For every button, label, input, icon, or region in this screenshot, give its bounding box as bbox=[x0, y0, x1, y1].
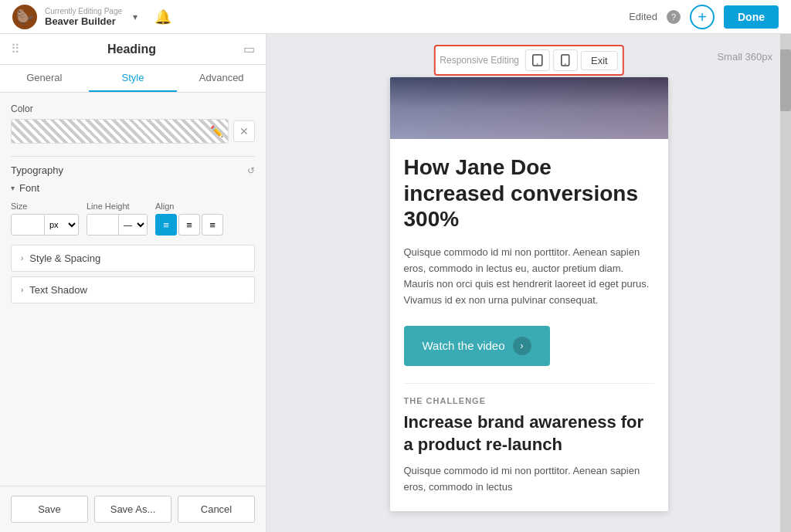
main-layout: ⠿ Heading ▭ General Style Advanced Color… bbox=[0, 34, 791, 532]
save-as-button[interactable]: Save As... bbox=[94, 496, 171, 523]
save-button[interactable]: Save bbox=[11, 496, 88, 523]
size-input-row: px em rem bbox=[11, 214, 79, 236]
line-height-unit-select[interactable]: — px bbox=[118, 214, 147, 236]
challenge-body: Quisque commodo id mi non porttitor. Aen… bbox=[404, 463, 654, 496]
challenge-section: THE CHALLENGE Increase brand awareness f… bbox=[404, 383, 654, 496]
pencil-icon: ✏️ bbox=[210, 125, 223, 137]
scrollbar-thumb[interactable] bbox=[780, 49, 791, 111]
add-button[interactable]: + bbox=[690, 5, 715, 29]
style-spacing-accordion: › Style & Spacing bbox=[11, 245, 255, 272]
tablet-icon bbox=[531, 54, 544, 66]
image-overlay bbox=[390, 77, 668, 139]
mobile-icon bbox=[561, 54, 570, 66]
panel-title: Heading bbox=[107, 42, 156, 56]
edited-label: Edited bbox=[629, 11, 657, 22]
chevron-down-icon[interactable]: ▾ bbox=[133, 12, 137, 22]
tab-advanced[interactable]: Advanced bbox=[177, 65, 266, 92]
challenge-label: THE CHALLENGE bbox=[404, 396, 654, 405]
preview-body: Quisque commodo id mi non porttitor. Aen… bbox=[404, 245, 654, 309]
style-spacing-label: Style & Spacing bbox=[29, 252, 100, 264]
typography-reset-icon[interactable]: ↺ bbox=[247, 165, 255, 176]
panel-footer: Save Save As... Cancel bbox=[0, 486, 266, 532]
tab-general[interactable]: General bbox=[0, 65, 89, 92]
tab-style[interactable]: Style bbox=[89, 65, 178, 92]
size-field-group: Size px em rem bbox=[11, 202, 79, 236]
preview-heading: How Jane Doe increased conversions 300% bbox=[404, 154, 654, 232]
chevron-down-icon: ▾ bbox=[11, 184, 15, 192]
cancel-button[interactable]: Cancel bbox=[178, 496, 255, 523]
size-label: Size bbox=[11, 202, 79, 211]
style-spacing-header[interactable]: › Style & Spacing bbox=[12, 246, 254, 271]
chevron-right-icon: › bbox=[21, 254, 23, 263]
line-height-row: — px bbox=[87, 214, 148, 236]
arrow-right-icon: › bbox=[513, 337, 531, 355]
size-line-align-row: Size px em rem Line Height bbox=[11, 202, 255, 236]
beaver-logo-icon: 🦫 bbox=[12, 5, 37, 29]
text-shadow-label: Text Shadow bbox=[29, 284, 87, 296]
panel-content: Color ✏️ ✕ Typography ↺ ▾ Font bbox=[0, 93, 266, 486]
tablet-view-button[interactable] bbox=[525, 49, 550, 71]
responsive-editing-label: Responsive Editing bbox=[440, 55, 519, 66]
collapse-icon[interactable]: ▭ bbox=[243, 42, 255, 56]
align-label: Align bbox=[155, 202, 223, 211]
font-section: ▾ Font bbox=[11, 182, 255, 194]
top-bar-right: Edited ? + Done bbox=[629, 5, 779, 29]
sidebar-panel: ⠿ Heading ▭ General Style Advanced Color… bbox=[0, 34, 266, 532]
divider bbox=[11, 156, 255, 157]
chevron-right-icon: › bbox=[21, 286, 23, 294]
scrollbar[interactable] bbox=[780, 34, 791, 532]
typography-row: Typography ↺ bbox=[11, 164, 255, 176]
panel-tabs: General Style Advanced bbox=[0, 65, 266, 93]
preview-image-area bbox=[390, 77, 668, 139]
color-label: Color bbox=[11, 103, 255, 114]
drag-handle-icon[interactable]: ⠿ bbox=[11, 42, 20, 56]
align-right-button[interactable]: ≡ bbox=[202, 214, 223, 236]
app-title-group: Currently Editing Page Beaver Builder bbox=[45, 7, 122, 27]
size-input[interactable] bbox=[11, 214, 45, 236]
canvas-area: Responsive Editing Exit Small 360px bbox=[266, 34, 791, 532]
color-swatch[interactable]: ✏️ bbox=[11, 119, 229, 144]
color-clear-button[interactable]: ✕ bbox=[233, 120, 255, 142]
typography-label: Typography bbox=[11, 164, 63, 176]
line-height-input[interactable] bbox=[87, 214, 118, 236]
text-shadow-header[interactable]: › Text Shadow bbox=[12, 277, 254, 303]
top-bar: 🦫 Currently Editing Page Beaver Builder … bbox=[0, 0, 791, 34]
align-center-button[interactable]: ≡ bbox=[178, 214, 200, 236]
panel-header: ⠿ Heading ▭ bbox=[0, 34, 266, 65]
watch-video-button[interactable]: Watch the video › bbox=[404, 326, 550, 366]
line-height-label: Line Height bbox=[87, 202, 148, 211]
responsive-editing-bar: Responsive Editing Exit bbox=[433, 45, 623, 76]
done-button[interactable]: Done bbox=[724, 5, 779, 29]
align-field-group: Align ≡ ≡ ≡ bbox=[155, 202, 223, 236]
svg-point-1 bbox=[537, 63, 538, 65]
exit-button[interactable]: Exit bbox=[581, 51, 618, 70]
editing-subtitle: Currently Editing Page bbox=[45, 7, 122, 15]
app-name: Beaver Builder bbox=[45, 15, 122, 27]
preview-content: How Jane Doe increased conversions 300% … bbox=[390, 139, 668, 511]
font-label: Font bbox=[19, 182, 39, 194]
bell-icon[interactable]: 🔔 bbox=[154, 8, 171, 25]
svg-point-3 bbox=[565, 63, 566, 65]
font-expand-row[interactable]: ▾ Font bbox=[11, 182, 255, 194]
watch-video-label: Watch the video bbox=[423, 339, 505, 352]
color-field: ✏️ ✕ bbox=[11, 119, 255, 144]
align-left-button[interactable]: ≡ bbox=[155, 214, 177, 236]
align-buttons: ≡ ≡ ≡ bbox=[155, 214, 223, 236]
help-icon[interactable]: ? bbox=[667, 10, 681, 24]
mobile-view-button[interactable] bbox=[553, 49, 578, 71]
small-size-label: Small 360px bbox=[717, 51, 772, 63]
page-preview: How Jane Doe increased conversions 300% … bbox=[390, 77, 668, 511]
challenge-heading: Increase brand awareness for a product r… bbox=[404, 412, 654, 456]
text-shadow-accordion: › Text Shadow bbox=[11, 276, 255, 303]
top-bar-left: 🦫 Currently Editing Page Beaver Builder … bbox=[12, 5, 171, 29]
size-unit-select[interactable]: px em rem bbox=[45, 214, 79, 236]
line-height-field-group: Line Height — px bbox=[87, 202, 148, 236]
